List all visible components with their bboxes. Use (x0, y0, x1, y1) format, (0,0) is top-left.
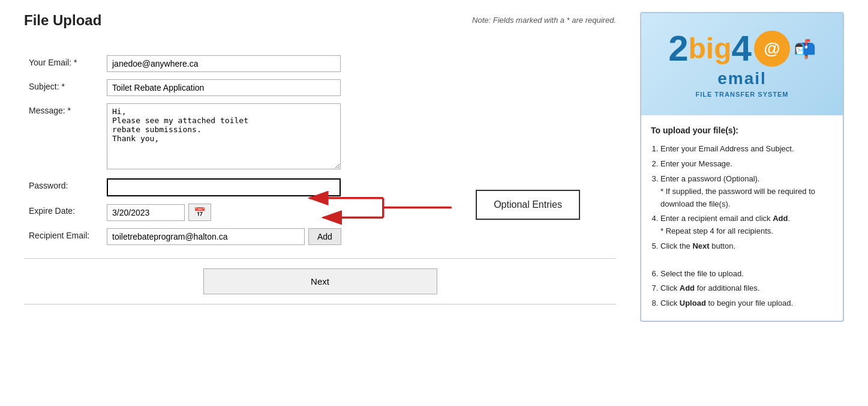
sidebar: 2 big 4 @ 📬 email FILE TRANSFER SYSTEM T… (640, 12, 844, 334)
instruction-1: Enter your Email Address and Subject. (660, 143, 833, 156)
instructions-title: To upload your file(s): (651, 124, 833, 137)
instruction-7: Click Add for additional files. (660, 282, 833, 295)
page-title: File Upload (24, 12, 101, 29)
instruction-6: Select the file to upload. (660, 268, 833, 280)
next-button[interactable]: Next (203, 268, 437, 294)
recipient-email-input[interactable] (107, 228, 305, 245)
instruction-3: Enter a password (Optional).* If supplie… (660, 173, 833, 210)
expire-label: Expire Date: (24, 200, 102, 225)
form-divider (24, 258, 616, 259)
required-note: Note: Fields marked with a * are require… (472, 16, 616, 25)
expire-date-input[interactable] (107, 204, 185, 221)
instruction-2: Enter your Message. (660, 158, 833, 171)
logo-main: 2 big 4 @ 📬 (668, 31, 816, 67)
password-label: Password: (24, 175, 102, 200)
email-label: Your Email: * (24, 52, 102, 76)
password-input[interactable] (107, 178, 341, 196)
mailbox-icon: 📬 (794, 38, 816, 59)
recipient-row: Recipient Email: Add (24, 225, 616, 249)
instructions-list: Enter your Email Address and Subject. En… (660, 143, 833, 252)
logo-big: big (689, 34, 732, 63)
instruction-5: Click the Next button. (660, 240, 833, 253)
instructions-panel: To upload your file(s): Enter your Email… (641, 115, 843, 321)
logo-2: 2 (668, 31, 688, 67)
add-recipient-button[interactable]: Add (308, 228, 341, 245)
instruction-8: Click Upload to begin your file upload. (660, 297, 833, 310)
calendar-icon-button[interactable]: 📅 (188, 204, 211, 221)
subject-input[interactable] (107, 79, 341, 96)
optional-entries-box: Optional Entries (476, 190, 580, 220)
logo-email-text: email (717, 69, 767, 88)
email-input[interactable] (107, 55, 341, 72)
logo-area: 2 big 4 @ 📬 email FILE TRANSFER SYSTEM (641, 13, 843, 115)
bottom-divider (24, 304, 616, 304)
optional-entries-label: Optional Entries (494, 199, 562, 210)
message-label: Message: * (24, 100, 102, 175)
email-row: Your Email: * (24, 52, 616, 76)
message-input[interactable]: Hi, Please see my attached toilet rebate… (107, 103, 341, 169)
sidebar-card: 2 big 4 @ 📬 email FILE TRANSFER SYSTEM T… (640, 12, 844, 322)
logo-4: 4 (731, 31, 751, 67)
message-row: Message: * Hi, Please see my attached to… (24, 100, 616, 175)
subject-row: Subject: * (24, 76, 616, 100)
instruction-4: Enter a recipient email and click Add.* … (660, 213, 833, 238)
logo-subtitle: FILE TRANSFER SYSTEM (695, 91, 788, 98)
instructions-list-2: Select the file to upload. Click Add for… (660, 268, 833, 310)
recipient-label: Recipient Email: (24, 225, 102, 249)
subject-label: Subject: * (24, 76, 102, 100)
logo-at: @ (754, 31, 790, 67)
